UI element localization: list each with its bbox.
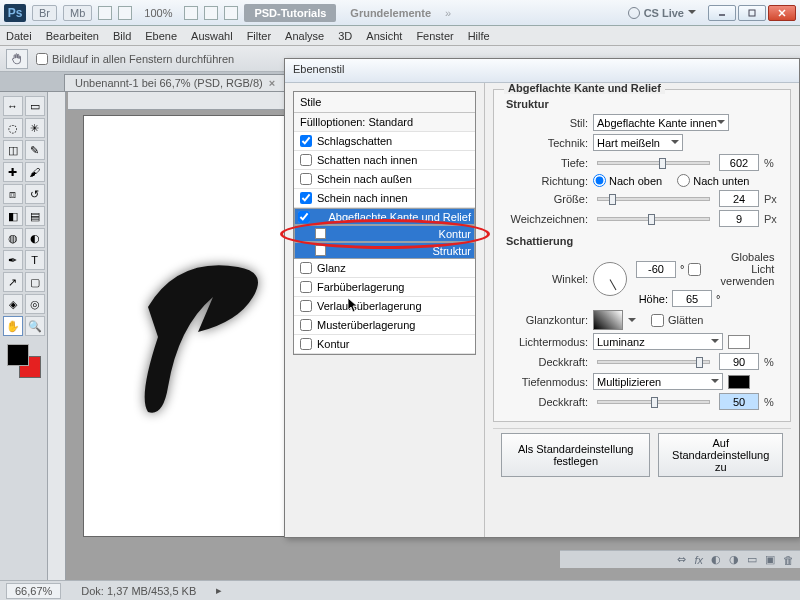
- style-checkbox[interactable]: [300, 192, 312, 204]
- status-zoom[interactable]: 66,67%: [6, 583, 61, 599]
- menu-datei[interactable]: Datei: [6, 30, 32, 42]
- history-brush-tool[interactable]: ↺: [25, 184, 45, 204]
- menu-auswahl[interactable]: Auswahl: [191, 30, 233, 42]
- pen-tool[interactable]: ✒: [3, 250, 23, 270]
- shape-tool[interactable]: ▢: [25, 272, 45, 292]
- menu-analyse[interactable]: Analyse: [285, 30, 324, 42]
- path-tool[interactable]: ↗: [3, 272, 23, 292]
- menu-hilfe[interactable]: Hilfe: [468, 30, 490, 42]
- style-item-1[interactable]: Schatten nach innen: [294, 151, 475, 170]
- style-item-3[interactable]: Schein nach innen: [294, 189, 475, 208]
- style-checkbox[interactable]: [300, 262, 312, 274]
- 3d-tool[interactable]: ◈: [3, 294, 23, 314]
- move-tool[interactable]: ↔: [3, 96, 23, 116]
- fx-icon[interactable]: fx: [694, 554, 703, 566]
- status-menu-icon[interactable]: ▸: [216, 584, 222, 597]
- style-item-7[interactable]: Glanz: [294, 259, 475, 278]
- menu-fenster[interactable]: Fenster: [416, 30, 453, 42]
- link-icon[interactable]: ⇔: [677, 553, 686, 566]
- heal-tool[interactable]: ✚: [3, 162, 23, 182]
- style-item-6[interactable]: Struktur: [294, 242, 475, 259]
- toggle-square-icon[interactable]: [315, 245, 326, 256]
- direction-up-radio[interactable]: Nach oben: [593, 174, 662, 187]
- adjustment-icon[interactable]: ◑: [729, 553, 739, 566]
- new-layer-icon[interactable]: ▣: [765, 553, 775, 566]
- shadow-color-swatch[interactable]: [728, 375, 750, 389]
- type-tool[interactable]: T: [25, 250, 45, 270]
- gradient-tool[interactable]: ▤: [25, 206, 45, 226]
- eyedropper-tool[interactable]: ✎: [25, 140, 45, 160]
- highlight-opacity-slider[interactable]: [597, 360, 710, 364]
- soften-input[interactable]: [719, 210, 759, 227]
- cs-live[interactable]: CS Live: [628, 7, 696, 19]
- workspace-primary[interactable]: PSD-Tutorials: [244, 4, 336, 22]
- style-select[interactable]: Abgeflachte Kante innen: [593, 114, 729, 131]
- wand-tool[interactable]: ✳: [25, 118, 45, 138]
- shadow-opacity-input[interactable]: [719, 393, 759, 410]
- arrange-icon[interactable]: [118, 6, 132, 20]
- close-button[interactable]: [768, 5, 796, 21]
- style-item-11[interactable]: Kontur: [294, 335, 475, 354]
- style-item-2[interactable]: Schein nach außen: [294, 170, 475, 189]
- style-item-10[interactable]: Musterüberlagerung: [294, 316, 475, 335]
- menu-ebene[interactable]: Ebene: [145, 30, 177, 42]
- global-light-checkbox[interactable]: Globales Licht verwenden: [688, 251, 774, 287]
- zoom-tool[interactable]: 🔍: [25, 316, 45, 336]
- minimize-button[interactable]: [708, 5, 736, 21]
- style-item-5[interactable]: Kontur: [294, 225, 475, 242]
- antialias-checkbox[interactable]: Glätten: [651, 314, 737, 327]
- style-checkbox[interactable]: [300, 281, 312, 293]
- reset-default-button[interactable]: Auf Standardeinstellung zu: [658, 433, 783, 477]
- shadow-mode-select[interactable]: Multiplizieren: [593, 373, 723, 390]
- angle-dial[interactable]: [593, 262, 627, 296]
- direction-down-radio[interactable]: Nach unten: [677, 174, 749, 187]
- depth-slider[interactable]: [597, 161, 710, 165]
- workspace-secondary[interactable]: Grundelemente: [342, 4, 439, 22]
- screen-mode-icon[interactable]: [98, 6, 112, 20]
- shadow-opacity-slider[interactable]: [597, 400, 710, 404]
- blur-tool[interactable]: ◍: [3, 228, 23, 248]
- menu-3d[interactable]: 3D: [338, 30, 352, 42]
- size-slider[interactable]: [597, 197, 710, 201]
- size-input[interactable]: [719, 190, 759, 207]
- style-item-4[interactable]: Abgeflachte Kante und Relief: [294, 208, 475, 225]
- close-tab-icon[interactable]: ×: [269, 77, 275, 89]
- style-item-0[interactable]: Schlagschatten: [294, 132, 475, 151]
- extras-icon[interactable]: [184, 6, 198, 20]
- menu-bild[interactable]: Bild: [113, 30, 131, 42]
- color-swatches[interactable]: [7, 344, 41, 378]
- highlight-opacity-input[interactable]: [719, 353, 759, 370]
- minibridge-chip[interactable]: Mb: [63, 5, 92, 21]
- hand-tool[interactable]: ✋: [3, 316, 23, 336]
- styles-header[interactable]: Stile: [294, 92, 475, 113]
- dodge-tool[interactable]: ◐: [25, 228, 45, 248]
- ruler-vertical[interactable]: [48, 92, 66, 580]
- style-checkbox[interactable]: [300, 135, 312, 147]
- document-tab[interactable]: Unbenannt-1 bei 66,7% (PSD, RGB/8) ×: [64, 74, 286, 91]
- brush-tool[interactable]: 🖌: [25, 162, 45, 182]
- mask-icon[interactable]: ◐: [711, 553, 721, 566]
- make-default-button[interactable]: Als Standardeinstellung festlegen: [501, 433, 650, 477]
- hand-tool-icon[interactable]: [6, 49, 28, 69]
- style-item-9[interactable]: Verlaufsüberlagerung: [294, 297, 475, 316]
- scroll-all-windows-checkbox[interactable]: Bildlauf in allen Fenstern durchführen: [36, 53, 234, 65]
- depth-input[interactable]: [719, 154, 759, 171]
- folder-icon[interactable]: ▭: [747, 553, 757, 566]
- angle-input[interactable]: [636, 261, 676, 278]
- style-checkbox[interactable]: [300, 319, 312, 331]
- highlight-mode-select[interactable]: Luminanz: [593, 333, 723, 350]
- fill-options-section[interactable]: Füllloptionen: Standard: [294, 113, 475, 132]
- marquee-tool[interactable]: ▭: [25, 96, 45, 116]
- highlight-color-swatch[interactable]: [728, 335, 750, 349]
- style-checkbox[interactable]: [300, 300, 312, 312]
- trash-icon[interactable]: 🗑: [783, 554, 794, 566]
- lasso-tool[interactable]: ◌: [3, 118, 23, 138]
- maximize-button[interactable]: [738, 5, 766, 21]
- style-checkbox[interactable]: [300, 154, 312, 166]
- crop-tool[interactable]: ◫: [3, 140, 23, 160]
- app-badge[interactable]: Ps: [4, 4, 26, 22]
- zoom-level[interactable]: 100%: [138, 7, 178, 19]
- menu-bearbeiten[interactable]: Bearbeiten: [46, 30, 99, 42]
- guides-icon[interactable]: [204, 6, 218, 20]
- style-checkbox[interactable]: [298, 211, 310, 223]
